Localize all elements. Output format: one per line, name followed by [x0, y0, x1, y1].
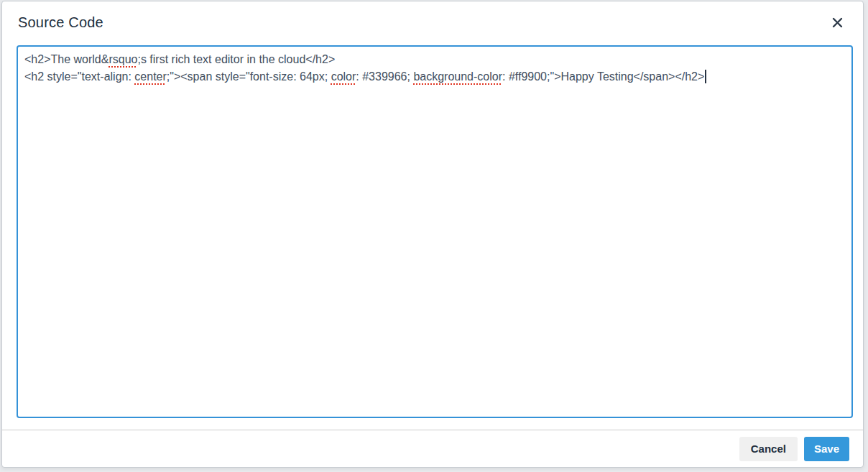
save-button[interactable]: Save [804, 437, 849, 461]
code-text-segment: : #ff9900;">Happy Testing</span></h2> [502, 70, 704, 83]
text-cursor [705, 70, 706, 83]
misspelled-word: center [134, 70, 166, 83]
source-code-dialog: Source Code <h2>The world&rsquo;s first … [1, 1, 864, 468]
cancel-button[interactable]: Cancel [739, 437, 798, 461]
dialog-header: Source Code [2, 1, 863, 43]
code-text-segment: <h2 style="text-align: [24, 70, 134, 83]
misspelled-word: background-color [413, 70, 502, 83]
code-text-segment: <h2>The world& [24, 53, 108, 65]
code-text-segment: : #339966; [356, 70, 413, 83]
misspelled-word: rsquo [108, 53, 137, 65]
code-line: <h2 style="text-align: center;"><span st… [24, 68, 845, 85]
close-button[interactable] [828, 14, 846, 31]
dialog-body: <h2>The world&rsquo;s first rich text ed… [2, 43, 863, 430]
dialog-footer: Cancel Save [2, 430, 863, 467]
code-line: <h2>The world&rsquo;s first rich text ed… [24, 51, 845, 68]
source-code-textarea[interactable]: <h2>The world&rsquo;s first rich text ed… [17, 45, 853, 418]
code-text-segment: ;s first rich text editor in the cloud</… [137, 53, 335, 65]
dialog-title: Source Code [18, 14, 103, 31]
page-background: Source Code <h2>The world&rsquo;s first … [0, 0, 868, 472]
close-icon [831, 17, 844, 29]
misspelled-word: color [331, 70, 356, 83]
code-text-segment: ;"><span style="font-size: 64px; [167, 70, 331, 83]
